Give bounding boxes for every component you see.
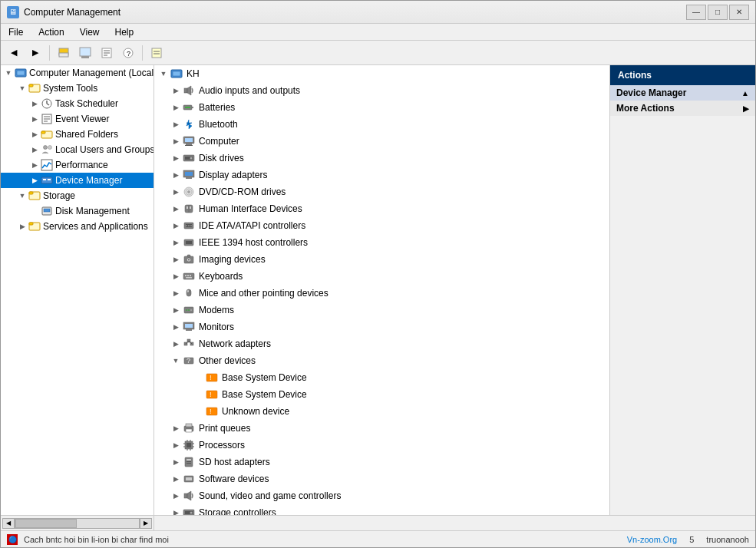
device-base-system-1[interactable]: ! Base System Device (154, 369, 609, 386)
toolbar-export[interactable] (147, 44, 167, 62)
actions-device-manager-collapse[interactable]: ▲ (741, 89, 749, 97)
device-ieee1394[interactable]: ▶ IEEE 1394 host controllers (154, 234, 609, 251)
device-dvd[interactable]: ▶ DVD/CD-ROM drives (154, 183, 609, 200)
scroll-track[interactable] (15, 518, 140, 529)
device-base-system-2[interactable]: ! Base System Device (154, 386, 609, 403)
scroll-thumb[interactable] (15, 519, 77, 528)
status-message: Cach bntc hoi bin li-ion bi char find mo… (24, 535, 169, 544)
device-network[interactable]: ▶ Network adapters (154, 335, 609, 352)
device-mice-toggle[interactable]: ▶ (170, 285, 182, 302)
toolbar-back[interactable]: ◀ (4, 44, 24, 62)
scroll-left-btn[interactable]: ◀ (2, 518, 15, 529)
device-computer-toggle[interactable]: ▶ (170, 133, 182, 150)
device-computer[interactable]: ▶ Computer (154, 133, 609, 150)
tree-services[interactable]: ▶ Services and Applications (1, 219, 154, 234)
device-storage-ctrl[interactable]: ▶ Storage controllers (154, 504, 609, 515)
svg-point-82 (186, 309, 187, 311)
toolbar-help[interactable]: ? (118, 44, 138, 62)
tree-system-tools-toggle[interactable]: ▼ (16, 82, 28, 94)
device-other-toggle[interactable]: ▼ (170, 352, 182, 369)
menu-file[interactable]: File (1, 25, 31, 39)
device-batteries[interactable]: ▶ Batteries (154, 99, 609, 116)
device-processors-toggle[interactable]: ▶ (170, 437, 182, 454)
device-batteries-toggle[interactable]: ▶ (170, 99, 182, 116)
tree-storage-toggle[interactable]: ▼ (16, 190, 28, 202)
device-print-toggle[interactable]: ▶ (170, 420, 182, 437)
tree-event-viewer[interactable]: ▶ Event Viewer (1, 111, 154, 127)
device-mice[interactable]: ▶ Mice and other pointing devices (154, 285, 609, 302)
device-sound[interactable]: ▶ Sound, video and game controllers (154, 487, 609, 504)
device-bluetooth[interactable]: ▶ Bluetooth (154, 116, 609, 133)
close-button[interactable]: ✕ (729, 5, 749, 20)
device-dvd-toggle[interactable]: ▶ (170, 183, 182, 200)
toolbar-properties[interactable] (97, 44, 117, 62)
device-hid[interactable]: ▶ Human Interface Devices (154, 200, 609, 217)
device-root-kh[interactable]: ▼ KH (154, 65, 609, 82)
device-ide-toggle[interactable]: ▶ (170, 217, 182, 234)
actions-more-arrow[interactable]: ▶ (743, 104, 749, 113)
menu-action[interactable]: Action (31, 25, 71, 39)
tree-event-viewer-toggle[interactable]: ▶ (28, 113, 41, 125)
tree-device-manager-toggle[interactable]: ▶ (28, 174, 41, 187)
maximize-button[interactable]: □ (708, 5, 728, 20)
device-root-toggle[interactable]: ▼ (157, 65, 170, 82)
tree-local-users-toggle[interactable]: ▶ (28, 144, 41, 156)
device-unknown[interactable]: ! Unknown device (154, 403, 609, 420)
device-disk-drives[interactable]: ▶ Disk drives (154, 150, 609, 167)
actions-device-manager[interactable]: Device Manager ▲ (610, 85, 755, 101)
scroll-right-btn[interactable]: ▶ (140, 518, 152, 529)
tree-shared-folders-toggle[interactable]: ▶ (28, 128, 41, 140)
tree-task-scheduler[interactable]: ▶ Task Scheduler (1, 96, 154, 111)
device-audio-toggle[interactable]: ▶ (170, 82, 182, 99)
tree-device-manager[interactable]: ▶ Device Manager (1, 173, 154, 188)
device-sd[interactable]: ▶ SD host adapters (154, 454, 609, 470)
device-ide[interactable]: ▶ IDE ATA/ATAPI controllers (154, 217, 609, 234)
minimize-button[interactable]: — (686, 5, 706, 20)
tree-performance[interactable]: ▶ Performance (1, 157, 154, 173)
device-processors[interactable]: ▶ Processors (154, 437, 609, 454)
tree-disk-management[interactable]: Disk Management (1, 203, 154, 219)
device-imaging[interactable]: ▶ Imaging devices (154, 251, 609, 268)
device-processors-label: Processors (199, 440, 245, 451)
tree-root[interactable]: ▼ Computer Management (Local (1, 65, 154, 81)
tree-root-toggle[interactable]: ▼ (2, 67, 15, 79)
toolbar-up[interactable] (54, 44, 74, 62)
device-sd-toggle[interactable]: ▶ (170, 454, 182, 470)
tree-performance-toggle[interactable]: ▶ (28, 159, 41, 171)
tree-services-toggle[interactable]: ▶ (16, 220, 28, 233)
device-bluetooth-toggle[interactable]: ▶ (170, 116, 182, 133)
device-print[interactable]: ▶ Print queues (154, 420, 609, 437)
tree-local-users[interactable]: ▶ Local Users and Groups (1, 142, 154, 157)
device-software-toggle[interactable]: ▶ (170, 470, 182, 487)
device-sound-toggle[interactable]: ▶ (170, 487, 182, 504)
toolbar-forward[interactable]: ▶ (25, 44, 45, 62)
tree-shared-folders[interactable]: ▶ Shared Folders (1, 127, 154, 142)
device-monitors-toggle[interactable]: ▶ (170, 319, 182, 335)
tree-storage[interactable]: ▼ Storage (1, 188, 154, 203)
device-network-toggle[interactable]: ▶ (170, 335, 182, 352)
device-storage-ctrl-toggle[interactable]: ▶ (170, 504, 182, 515)
device-display[interactable]: ▶ Display adapters (154, 167, 609, 183)
device-ieee1394-toggle[interactable]: ▶ (170, 234, 182, 251)
tree-task-scheduler-toggle[interactable]: ▶ (28, 97, 41, 110)
device-monitors[interactable]: ▶ Monitors (154, 319, 609, 335)
device-modems-toggle[interactable]: ▶ (170, 302, 182, 319)
device-imaging-toggle[interactable]: ▶ (170, 251, 182, 268)
left-scroll-bar[interactable]: ◀ ▶ (1, 516, 154, 530)
device-keyboards-toggle[interactable]: ▶ (170, 268, 182, 285)
toolbar-refresh[interactable] (75, 44, 95, 62)
device-other[interactable]: ▼ ? Other devices (154, 352, 609, 369)
actions-more[interactable]: More Actions ▶ (610, 101, 755, 116)
menu-view[interactable]: View (72, 25, 107, 39)
device-disk-drives-toggle[interactable]: ▶ (170, 150, 182, 167)
device-bluetooth-label: Bluetooth (199, 119, 238, 130)
device-keyboards[interactable]: ▶ Keyboards (154, 268, 609, 285)
device-display-toggle[interactable]: ▶ (170, 167, 182, 183)
device-modems[interactable]: ▶ Modems (154, 302, 609, 319)
menu-help[interactable]: Help (107, 25, 142, 39)
tree-system-tools[interactable]: ▼ System Tools (1, 81, 154, 96)
svg-rect-97 (206, 391, 217, 398)
device-hid-toggle[interactable]: ▶ (170, 200, 182, 217)
device-software[interactable]: ▶ Software devices (154, 470, 609, 487)
device-audio[interactable]: ▶ Audio inputs and outputs (154, 82, 609, 99)
